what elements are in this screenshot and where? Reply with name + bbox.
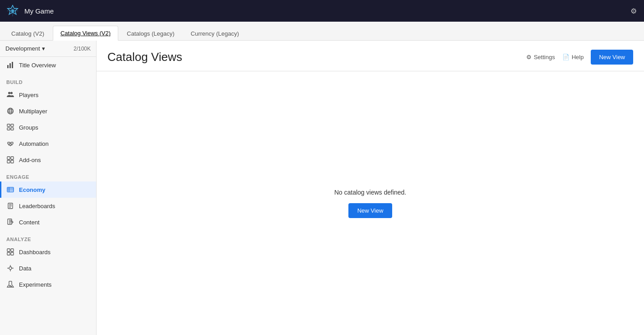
sidebar-leaderboards-label: Leaderboards xyxy=(19,203,55,209)
sidebar-item-groups[interactable]: Groups xyxy=(0,119,96,135)
sidebar-item-economy[interactable]: Economy xyxy=(0,181,96,198)
top-bar: My Game ⚙ xyxy=(0,0,644,22)
app-title-text: My Game xyxy=(24,7,624,15)
groups-icon xyxy=(6,123,14,131)
sidebar-item-automation[interactable]: Automation xyxy=(0,135,96,152)
sidebar-groups-label: Groups xyxy=(19,124,38,131)
app-logo xyxy=(5,4,20,18)
economy-icon xyxy=(6,186,14,194)
sidebar-dashboards-label: Dashboards xyxy=(19,249,51,256)
svg-rect-25 xyxy=(7,160,10,163)
svg-rect-28 xyxy=(7,187,14,192)
people-icon xyxy=(6,91,14,99)
svg-rect-7 xyxy=(9,63,11,68)
content-area: Catalog Views ⚙ Settings 📄 Help New View… xyxy=(97,41,644,335)
settings-gear-icon: ⚙ xyxy=(526,54,532,60)
sidebar-section-analyze: ANALYZE xyxy=(0,230,96,244)
data-icon xyxy=(6,264,14,272)
sidebar-players-label: Players xyxy=(19,92,38,98)
tab-bar: Catalog (V2) Catalog Views (V2) Catalogs… xyxy=(0,22,644,41)
svg-rect-6 xyxy=(7,65,9,68)
svg-point-47 xyxy=(9,285,10,286)
svg-rect-37 xyxy=(7,249,10,251)
svg-point-9 xyxy=(8,92,10,94)
sidebar-item-add-ons[interactable]: Add-ons xyxy=(0,152,96,168)
svg-rect-20 xyxy=(8,142,10,144)
bar-chart-icon xyxy=(6,61,14,69)
sidebar-item-experiments[interactable]: Experiments xyxy=(0,276,96,293)
env-selector[interactable]: Development ▾ xyxy=(5,45,45,52)
sidebar-economy-label: Economy xyxy=(19,186,46,193)
svg-rect-21 xyxy=(11,142,13,144)
tab-currency-legacy[interactable]: Currency (Legacy) xyxy=(183,26,247,41)
content-body: No catalog views defined. New View xyxy=(97,71,644,335)
svg-rect-24 xyxy=(7,157,10,159)
svg-rect-40 xyxy=(11,252,14,255)
help-link[interactable]: 📄 Help xyxy=(562,54,584,60)
tab-catalogs-legacy[interactable]: Catalogs (Legacy) xyxy=(119,26,182,41)
header-actions: ⚙ Settings 📄 Help New View xyxy=(526,50,633,65)
svg-point-10 xyxy=(10,92,13,94)
content-icon xyxy=(6,218,14,226)
tab-catalog-views-v2[interactable]: Catalog Views (V2) xyxy=(53,26,118,41)
svg-rect-17 xyxy=(11,124,14,126)
chevron-down-icon: ▾ xyxy=(42,45,45,52)
sidebar-item-data[interactable]: Data xyxy=(0,260,96,276)
dashboards-icon xyxy=(6,248,14,256)
sidebar-item-content[interactable]: Content xyxy=(0,214,96,230)
svg-rect-27 xyxy=(11,160,14,163)
addons-icon xyxy=(6,156,14,164)
sidebar-content-label: Content xyxy=(19,219,40,226)
svg-rect-16 xyxy=(7,124,10,126)
settings-link[interactable]: ⚙ Settings xyxy=(526,54,555,60)
sidebar-automation-label: Automation xyxy=(19,140,49,147)
empty-message: No catalog views defined. xyxy=(334,189,407,196)
tab-catalog-v2[interactable]: Catalog (V2) xyxy=(4,26,52,41)
settings-label: Settings xyxy=(534,54,555,60)
leaderboards-icon xyxy=(6,202,14,210)
sidebar-item-multiplayer[interactable]: Multiplayer xyxy=(0,103,96,119)
new-view-button-center[interactable]: New View xyxy=(348,203,393,218)
experiments-icon xyxy=(6,280,14,288)
help-label: Help xyxy=(572,54,584,60)
env-quota: 2/100K xyxy=(74,46,91,52)
sidebar-title-overview-label: Title Overview xyxy=(19,62,56,69)
help-icon: 📄 xyxy=(562,54,570,60)
svg-point-48 xyxy=(11,286,11,286)
sidebar-section-build: BUILD xyxy=(0,73,96,87)
svg-rect-38 xyxy=(11,249,14,251)
sidebar-item-leaderboards[interactable]: Leaderboards xyxy=(0,198,96,214)
env-bar: Development ▾ 2/100K xyxy=(0,41,96,57)
automation-icon xyxy=(6,140,14,148)
svg-rect-18 xyxy=(7,128,10,130)
svg-rect-39 xyxy=(7,252,10,255)
svg-rect-8 xyxy=(12,62,13,68)
new-view-button-header[interactable]: New View xyxy=(591,50,633,65)
globe-icon xyxy=(6,107,14,115)
sidebar-item-players[interactable]: Players xyxy=(0,87,96,103)
content-header: Catalog Views ⚙ Settings 📄 Help New View xyxy=(97,41,644,71)
sidebar-data-label: Data xyxy=(19,265,31,272)
settings-gear-icon[interactable]: ⚙ xyxy=(629,5,639,17)
env-name: Development xyxy=(5,45,40,52)
sidebar-experiments-label: Experiments xyxy=(19,281,51,288)
main-layout: Development ▾ 2/100K Title Overview BUIL… xyxy=(0,41,644,335)
sidebar: Development ▾ 2/100K Title Overview BUIL… xyxy=(0,41,97,335)
svg-point-41 xyxy=(9,267,12,270)
sidebar-item-title-overview[interactable]: Title Overview xyxy=(0,57,96,73)
svg-rect-26 xyxy=(11,157,14,159)
svg-rect-19 xyxy=(11,128,14,130)
sidebar-item-dashboards[interactable]: Dashboards xyxy=(0,244,96,260)
sidebar-multiplayer-label: Multiplayer xyxy=(19,108,47,115)
sidebar-section-engage: ENGAGE xyxy=(0,168,96,181)
sidebar-addons-label: Add-ons xyxy=(19,157,41,163)
page-title: Catalog Views xyxy=(107,50,182,64)
